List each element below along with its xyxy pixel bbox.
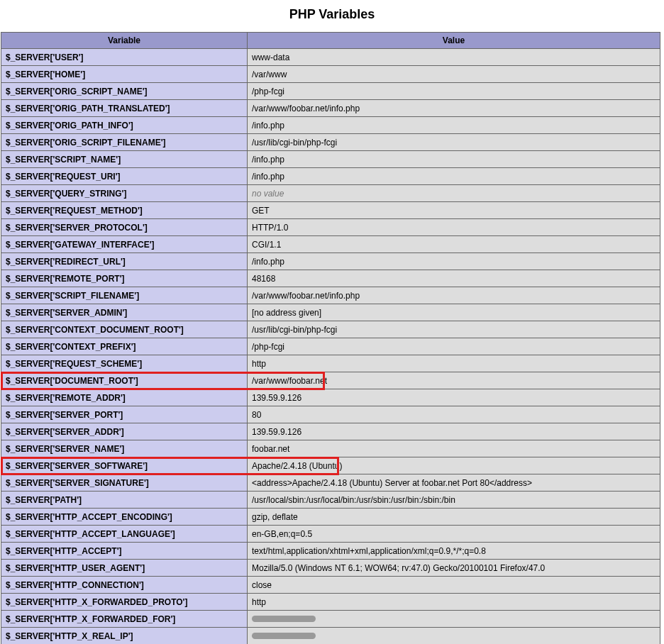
variable-name-cell: $_SERVER['SCRIPT_NAME'] [1,151,248,168]
variable-name-cell: $_SERVER['HTTP_ACCEPT_LANGUAGE'] [1,526,248,543]
variable-value-cell: HTTP/1.0 [248,219,660,236]
variable-name-cell: $_SERVER['SERVER_ADMIN'] [1,304,248,321]
table-row: $_SERVER['CONTEXT_DOCUMENT_ROOT']/usr/li… [1,321,660,338]
variable-name-cell: $_SERVER['HOME'] [1,66,248,83]
variable-value-cell: text/html,application/xhtml+xml,applicat… [248,543,660,560]
variable-value-cell: /info.php [248,117,660,134]
variable-value-cell: 139.59.9.126 [248,389,660,406]
table-row: $_SERVER['HTTP_CONNECTION']close [1,577,660,594]
table-row: $_SERVER['SERVER_SOFTWARE']Apache/2.4.18… [1,457,660,474]
variable-value-cell: 139.59.9.126 [248,423,660,440]
col-header-variable: Variable [1,33,248,49]
variable-name-cell: $_SERVER['REQUEST_URI'] [1,168,248,185]
table-row: $_SERVER['REMOTE_PORT']48168 [1,270,660,287]
variable-value-cell: close [248,577,660,594]
variable-value-cell: /info.php [248,151,660,168]
variable-value-cell: /info.php [248,253,660,270]
variable-name-cell: $_SERVER['ORIG_SCRIPT_NAME'] [1,83,248,100]
table-row: $_SERVER['SERVER_PROTOCOL']HTTP/1.0 [1,219,660,236]
variable-name-cell: $_SERVER['QUERY_STRING'] [1,185,248,202]
table-row: $_SERVER['SERVER_ADMIN'][no address give… [1,304,660,321]
table-row: $_SERVER['HTTP_USER_AGENT']Mozilla/5.0 (… [1,560,660,577]
table-row: $_SERVER['QUERY_STRING']no value [1,185,660,202]
table-row: $_SERVER['HTTP_X_REAL_IP'] [1,628,660,645]
variable-name-cell: $_SERVER['HTTP_ACCEPT_ENCODING'] [1,509,248,526]
variable-value-cell: Mozilla/5.0 (Windows NT 6.1; WOW64; rv:4… [248,560,660,577]
table-row: $_SERVER['USER']www-data [1,49,660,66]
no-value-label: no value [252,189,284,199]
variable-value-cell: [no address given] [248,304,660,321]
variable-name-cell: $_SERVER['HTTP_ACCEPT'] [1,543,248,560]
table-row: $_SERVER['SERVER_ADDR']139.59.9.126 [1,423,660,440]
table-holder: Variable Value $_SERVER['USER']www-data$… [1,32,663,644]
variable-value-cell: 80 [248,406,660,423]
variable-name-cell: $_SERVER['HTTP_X_FORWARDED_FOR'] [1,611,248,628]
variable-name-cell: $_SERVER['ORIG_PATH_TRANSLATED'] [1,100,248,117]
table-row: $_SERVER['HTTP_X_FORWARDED_PROTO']http [1,594,660,611]
table-row: $_SERVER['HTTP_X_FORWARDED_FOR'] [1,611,660,628]
variable-value-cell: <address>Apache/2.4.18 (Ubuntu) Server a… [248,474,660,492]
table-row: $_SERVER['ORIG_PATH_TRANSLATED']/var/www… [1,100,660,117]
variable-value-cell: http [248,594,660,611]
table-row: $_SERVER['SCRIPT_NAME']/info.php [1,151,660,168]
col-header-value: Value [248,33,660,49]
variable-value-cell: /php-fcgi [248,338,660,355]
table-header-row: Variable Value [1,33,660,49]
variable-value-cell: /info.php [248,168,660,185]
table-row: $_SERVER['REQUEST_SCHEME']http [1,355,660,372]
table-row: $_SERVER['HTTP_ACCEPT']text/html,applica… [1,543,660,560]
table-row: $_SERVER['ORIG_PATH_INFO']/info.php [1,117,660,134]
variable-value-cell: http [248,355,660,372]
variable-name-cell: $_SERVER['HTTP_X_REAL_IP'] [1,628,248,645]
variable-name-cell: $_SERVER['REQUEST_METHOD'] [1,202,248,219]
table-row: $_SERVER['DOCUMENT_ROOT']/var/www/foobar… [1,372,660,389]
variable-name-cell: $_SERVER['HTTP_X_FORWARDED_PROTO'] [1,594,248,611]
variable-value-cell: no value [248,185,660,202]
variable-value-cell: /var/www/foobar.net [248,372,660,389]
variable-value-cell: /var/www/foobar.net/info.php [248,287,660,304]
variable-name-cell: $_SERVER['PATH'] [1,492,248,509]
variable-value-cell: /var/www/foobar.net/info.php [248,100,660,117]
table-row: $_SERVER['CONTEXT_PREFIX']/php-fcgi [1,338,660,355]
variable-name-cell: $_SERVER['SERVER_SIGNATURE'] [1,474,248,492]
variable-name-cell: $_SERVER['REQUEST_SCHEME'] [1,355,248,372]
variable-name-cell: $_SERVER['GATEWAY_INTERFACE'] [1,236,248,253]
table-row: $_SERVER['HOME']/var/www [1,66,660,83]
table-row: $_SERVER['REMOTE_ADDR']139.59.9.126 [1,389,660,406]
variable-value-cell: GET [248,202,660,219]
variable-name-cell: $_SERVER['CONTEXT_DOCUMENT_ROOT'] [1,321,248,338]
variable-value-cell: 48168 [248,270,660,287]
variable-name-cell: $_SERVER['REDIRECT_URL'] [1,253,248,270]
table-row: $_SERVER['GATEWAY_INTERFACE']CGI/1.1 [1,236,660,253]
table-row: $_SERVER['ORIG_SCRIPT_NAME']/php-fcgi [1,83,660,100]
table-row: $_SERVER['SCRIPT_FILENAME']/var/www/foob… [1,287,660,304]
table-row: $_SERVER['SERVER_PORT']80 [1,406,660,423]
variable-value-cell: gzip, deflate [248,509,660,526]
redacted-value [252,633,316,639]
variable-value-cell: foobar.net [248,440,660,457]
table-row: $_SERVER['REQUEST_METHOD']GET [1,202,660,219]
variable-name-cell: $_SERVER['SERVER_PROTOCOL'] [1,219,248,236]
variable-name-cell: $_SERVER['HTTP_CONNECTION'] [1,577,248,594]
table-row: $_SERVER['REDIRECT_URL']/info.php [1,253,660,270]
table-row: $_SERVER['ORIG_SCRIPT_FILENAME']/usr/lib… [1,134,660,151]
variable-name-cell: $_SERVER['REMOTE_PORT'] [1,270,248,287]
variable-value-cell: Apache/2.4.18 (Ubuntu) [248,457,660,474]
variable-value-cell [248,628,660,645]
table-row: $_SERVER['HTTP_ACCEPT_LANGUAGE']en-GB,en… [1,526,660,543]
variable-value-cell: /usr/local/sbin:/usr/local/bin:/usr/sbin… [248,492,660,509]
variable-value-cell: /usr/lib/cgi-bin/php-fcgi [248,321,660,338]
php-variables-table: Variable Value $_SERVER['USER']www-data$… [1,32,660,644]
variable-value-cell: www-data [248,49,660,66]
variable-name-cell: $_SERVER['REMOTE_ADDR'] [1,389,248,406]
page-title: PHP Variables [1,7,663,22]
table-row: $_SERVER['HTTP_ACCEPT_ENCODING']gzip, de… [1,509,660,526]
variable-name-cell: $_SERVER['ORIG_PATH_INFO'] [1,117,248,134]
variable-name-cell: $_SERVER['SERVER_SOFTWARE'] [1,457,248,474]
table-row: $_SERVER['PATH']/usr/local/sbin:/usr/loc… [1,492,660,509]
variable-name-cell: $_SERVER['ORIG_SCRIPT_FILENAME'] [1,134,248,151]
variable-value-cell: /php-fcgi [248,83,660,100]
table-row: $_SERVER['SERVER_SIGNATURE']<address>Apa… [1,474,660,492]
variable-name-cell: $_SERVER['USER'] [1,49,248,66]
variable-name-cell: $_SERVER['SCRIPT_FILENAME'] [1,287,248,304]
